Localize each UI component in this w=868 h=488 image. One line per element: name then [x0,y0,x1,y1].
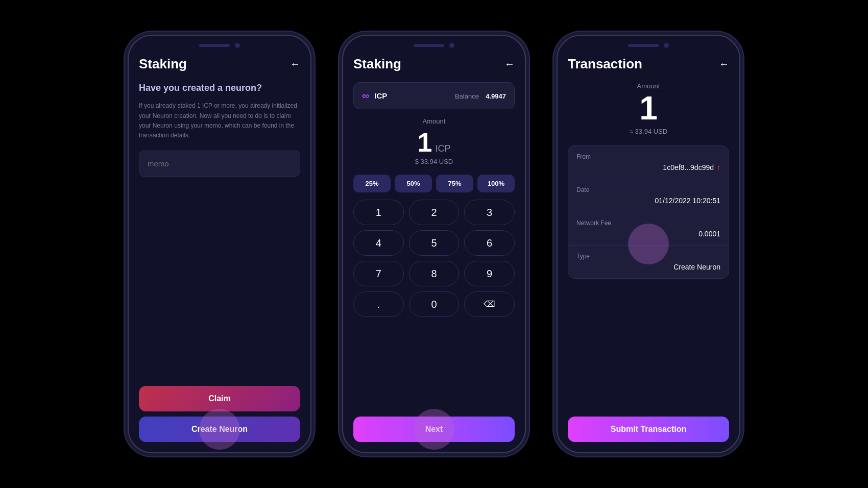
type-value: Create Neuron [576,263,720,271]
tx-amount-number: 1 [568,92,729,125]
screen-3: Transaction ← Amount 1 ≈ 33.94 USD From … [558,48,739,452]
num-btn-5[interactable]: 5 [409,230,460,256]
description-text: If you already staked 1 ICP or more, you… [139,101,300,140]
header-2: Staking ← [353,56,515,72]
num-btn-1[interactable]: 1 [353,200,404,225]
phone-notch-1 [129,36,310,48]
submit-transaction-button[interactable]: Submit Transaction [568,417,729,442]
num-btn-7[interactable]: 7 [353,261,404,286]
balance-area: Balance 4.9947 [455,91,506,101]
balance-label: Balance [455,92,479,100]
num-btn-6[interactable]: 6 [464,230,515,256]
balance-value: 4.9947 [486,92,506,100]
header-1: Staking ← [139,56,300,72]
percent-100-btn[interactable]: 100% [477,175,515,192]
question-text: Have you created a neuron? [139,82,300,94]
percent-75-btn[interactable]: 75% [436,175,473,192]
memo-input[interactable] [139,151,300,177]
next-button[interactable]: Next [353,417,515,442]
tx-usd-value: ≈ 33.94 USD [568,128,729,135]
percent-row: 25% 50% 75% 100% [353,175,515,192]
notch-pill-3 [628,44,659,47]
num-btn-3[interactable]: 3 [464,200,515,225]
notch-dot-1 [235,43,240,48]
num-btn-0[interactable]: 0 [409,291,460,317]
phone-1: Staking ← Have you created a neuron? If … [128,35,311,453]
header-3: Transaction ← [568,56,729,72]
create-neuron-button[interactable]: Create Neuron [139,417,300,442]
amount-unit: ICP [435,143,450,154]
page-title-3: Transaction [568,56,642,72]
back-button-1[interactable]: ← [290,58,300,70]
type-row: Type Create Neuron [568,246,729,278]
back-button-3[interactable]: ← [719,58,729,70]
transaction-detail-card: From 1c0ef8...9dc99d ↑ Date 01/12/2022 1… [568,145,729,279]
tx-amount-label: Amount [568,82,729,90]
date-row: Date 01/12/2022 10:20:51 [568,179,729,212]
num-btn-backspace[interactable]: ⌫ [464,291,515,317]
amount-display: 1 ICP [353,129,515,156]
date-label: Date [576,186,720,193]
num-btn-8[interactable]: 8 [409,261,460,286]
from-value-row: 1c0ef8...9dc99d ↑ [576,163,720,172]
from-value: 1c0ef8...9dc99d [663,163,714,172]
up-arrow-icon: ↑ [717,163,720,172]
back-button-2[interactable]: ← [504,58,515,70]
date-value: 01/12/2022 10:20:51 [576,197,720,205]
percent-25-btn[interactable]: 25% [353,175,391,192]
phone-notch-2 [343,36,525,48]
screen-1: Staking ← Have you created a neuron? If … [129,48,310,452]
token-name: ICP [374,91,387,100]
icp-logo-icon: ∞ [362,90,369,102]
fee-label: Network Fee [576,219,720,227]
percent-50-btn[interactable]: 50% [395,175,432,192]
claim-button[interactable]: Claim [139,386,300,411]
num-btn-dot[interactable]: . [353,291,404,317]
type-label: Type [576,253,720,260]
from-label: From [576,153,720,160]
usd-value: $ 33.94 USD [353,158,515,165]
notch-dot-2 [449,43,454,48]
fee-value: 0.0001 [576,230,720,238]
page-title-2: Staking [353,56,401,72]
phone-3: Transaction ← Amount 1 ≈ 33.94 USD From … [557,35,740,453]
amount-number: 1 [418,129,432,156]
notch-pill-2 [414,44,444,47]
page-title-1: Staking [139,56,187,72]
phone-2: Staking ← ∞ ICP Balance 4.9947 Amount 1 … [342,35,526,453]
fee-row: Network Fee 0.0001 [568,212,729,246]
amount-label: Amount [353,117,515,125]
token-row[interactable]: ∞ ICP Balance 4.9947 [353,82,515,109]
num-btn-2[interactable]: 2 [409,200,460,225]
screen-2: Staking ← ∞ ICP Balance 4.9947 Amount 1 … [343,48,525,452]
num-btn-9[interactable]: 9 [464,261,515,286]
from-row: From 1c0ef8...9dc99d ↑ [568,146,729,179]
num-btn-4[interactable]: 4 [353,230,404,256]
phone-notch-3 [558,36,739,48]
token-left: ∞ ICP [362,90,387,102]
notch-pill-1 [199,44,230,47]
numpad: 1 2 3 4 5 6 7 8 9 . 0 ⌫ [353,200,515,317]
notch-dot-3 [664,43,669,48]
